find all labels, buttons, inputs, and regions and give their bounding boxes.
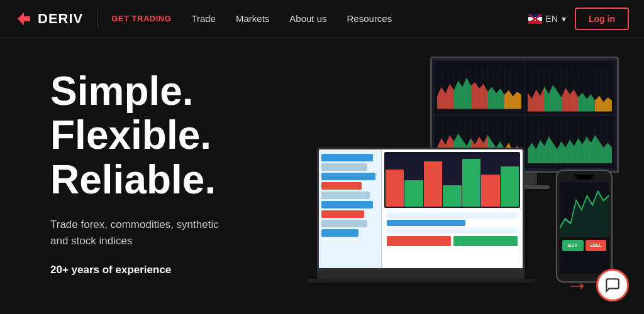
logo[interactable]: DERIV GET TRADING bbox=[15, 10, 171, 28]
nav-right: EN ▾ Log in bbox=[528, 8, 629, 30]
nav-link-trade[interactable]: Trade bbox=[191, 13, 216, 24]
laptop-base bbox=[317, 270, 525, 279]
nav-link-markets[interactable]: Markets bbox=[236, 13, 269, 24]
laptop-form-area bbox=[384, 210, 520, 266]
headline-line-1: Simple. bbox=[50, 69, 314, 113]
chevron-down-icon: ▾ bbox=[562, 14, 566, 24]
svg-marker-0 bbox=[18, 13, 30, 25]
chat-button[interactable] bbox=[596, 269, 629, 301]
device-phone: BUY SELL bbox=[556, 170, 613, 283]
headline-line-3: Reliable. bbox=[50, 158, 314, 202]
flag-icon bbox=[528, 14, 542, 24]
chat-arrow-icon: → bbox=[566, 274, 589, 296]
monitor-chart-2 bbox=[525, 61, 614, 114]
login-button[interactable]: Log in bbox=[575, 8, 629, 30]
hero-experience: 20+ years of experience bbox=[50, 264, 314, 276]
phone-trade-buttons: BUY SELL bbox=[560, 237, 609, 254]
nav-link-about[interactable]: About us bbox=[289, 13, 326, 24]
language-selector[interactable]: EN ▾ bbox=[528, 14, 566, 24]
phone-buy-button: BUY bbox=[562, 240, 584, 251]
device-laptop bbox=[317, 148, 525, 283]
chat-icon bbox=[604, 277, 621, 293]
hero-section: Simple. Flexible. Reliable. Trade forex,… bbox=[0, 38, 644, 314]
phone-sell-button: SELL bbox=[586, 240, 607, 251]
hero-devices: BUY SELL bbox=[314, 63, 606, 301]
laptop-screen bbox=[317, 148, 525, 270]
phone-body: BUY SELL bbox=[556, 170, 613, 283]
headline-line-2: Flexible. bbox=[50, 113, 314, 157]
hero-subtitle: Trade forex, commodities, syntheticand s… bbox=[50, 217, 314, 249]
phone-screen: BUY SELL bbox=[560, 182, 609, 274]
navbar: DERIV GET TRADING Trade Markets About us… bbox=[0, 0, 644, 38]
laptop-chart-top bbox=[384, 152, 520, 208]
monitor-chart-1 bbox=[435, 61, 524, 114]
laptop-main bbox=[382, 149, 523, 268]
nav-links: Trade Markets About us Resources bbox=[191, 13, 528, 24]
phone-notch bbox=[575, 175, 594, 180]
nav-link-resources[interactable]: Resources bbox=[347, 13, 392, 24]
phone-chart bbox=[560, 182, 609, 237]
monitor-chart-4 bbox=[525, 116, 614, 169]
hero-content: Simple. Flexible. Reliable. Trade forex,… bbox=[50, 63, 314, 276]
nav-logo-divider bbox=[97, 10, 97, 28]
logo-wordmark: DERIV bbox=[38, 11, 83, 27]
device-mockups: BUY SELL bbox=[304, 57, 619, 295]
laptop-foot bbox=[307, 279, 535, 283]
get-trading-label: GET TRADING bbox=[111, 14, 171, 23]
logo-chevron-icon bbox=[15, 10, 33, 28]
language-code: EN bbox=[546, 14, 558, 24]
laptop-sidebar bbox=[319, 149, 382, 268]
chat-button-container: → bbox=[566, 269, 629, 301]
hero-headline: Simple. Flexible. Reliable. bbox=[50, 69, 314, 202]
